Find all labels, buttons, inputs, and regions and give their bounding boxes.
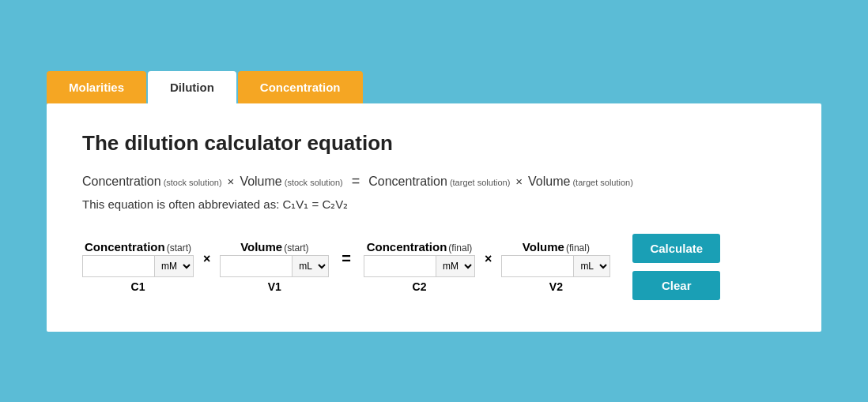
operator-c2-v2: × [485,252,492,282]
eq-conc2: Concentration [368,175,447,189]
v1-label: Volume (start) [240,240,308,254]
v2-label: Volume (final) [523,240,590,254]
c2-input-row: mM µM nM M [364,255,475,277]
eq-vol1-sub: (stock solution) [285,178,343,187]
v2-bottom-label: V2 [549,280,563,293]
eq-vol2-sub: (target solution) [572,178,632,187]
v1-unit-select[interactable]: mL µL L [292,256,328,276]
c1-label: Concentration (start) [85,240,191,254]
c2-input[interactable] [364,257,436,276]
eq-equals: = [352,173,360,190]
v2-group: Volume (final) mL µL L V2 [501,240,610,293]
tab-molarities[interactable]: Molarities [47,71,146,103]
abbreviated-prefix: This equation is often abbreviated as: [82,197,283,211]
eq-op2: × [515,175,523,188]
eq-conc1-sub: (stock solution) [164,178,222,187]
v1-bottom-label: V1 [268,280,281,293]
c2-group: Concentration (final) mM µM nM M C2 [364,240,475,293]
c1-unit-select[interactable]: mM µM nM M [154,256,193,276]
operator-c1-v1: × [203,252,210,282]
eq-vol2: Volume [528,175,570,189]
v1-group: Volume (start) mL µL L V1 [220,240,329,293]
button-group: Calculate Clear [632,234,720,300]
v1-input[interactable] [221,257,292,276]
eq-conc2-sub: (target solution) [450,178,510,187]
v2-input-row: mL µL L [501,255,610,277]
v1-input-row: mL µL L [220,255,329,277]
c2-bottom-label: C2 [413,280,427,293]
abbreviated-formula: C₁V₁ = C₂V₂ [283,197,349,211]
page-title: The dilution calculator equation [82,131,786,156]
v2-unit-select[interactable]: mL µL L [573,256,609,276]
c1-input[interactable] [83,257,154,276]
content-card: The dilution calculator equation Concent… [47,103,821,332]
eq-conc1: Concentration [82,175,161,189]
c1-input-row: mM µM nM M [82,255,194,277]
tab-concentration[interactable]: Concentration [238,71,363,103]
clear-button[interactable]: Clear [632,271,720,300]
tab-dilution[interactable]: Dilution [148,71,236,103]
tab-bar: Molarities Dilution Concentration [39,71,829,103]
equation-line: Concentration (stock solution) × Volume … [82,173,786,190]
app-wrapper: Molarities Dilution Concentration The di… [39,55,829,348]
calculator-row: Concentration (start) mM µM nM M C1 × [82,234,786,300]
equals-sign: = [342,250,351,284]
eq-vol1: Volume [240,175,281,189]
eq-op1: × [228,175,235,188]
c2-label: Concentration (final) [367,240,473,254]
calculate-button[interactable]: Calculate [632,234,720,263]
c2-unit-select[interactable]: mM µM nM M [436,256,474,276]
abbreviated-line: This equation is often abbreviated as: C… [82,197,786,212]
c1-bottom-label: C1 [131,280,145,293]
c1-group: Concentration (start) mM µM nM M C1 [82,240,194,293]
v2-input[interactable] [502,257,573,276]
